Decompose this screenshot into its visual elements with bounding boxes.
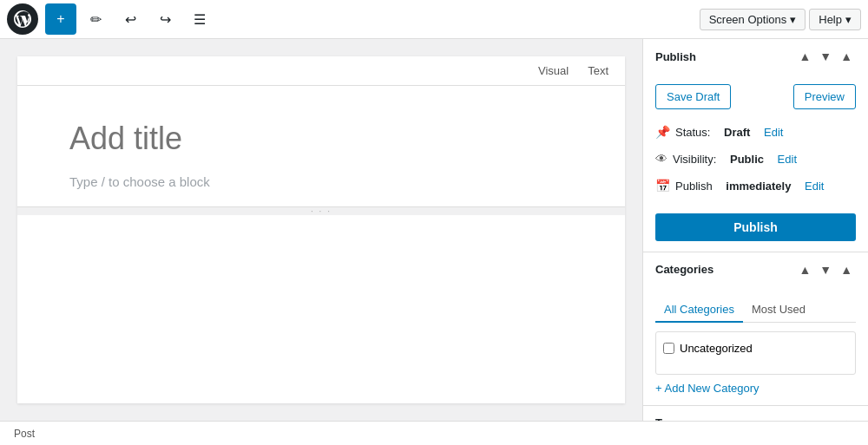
hamburger-icon: ☰	[194, 11, 206, 28]
redo-button[interactable]: ↪	[149, 3, 181, 35]
publish-panel-down-button[interactable]: ▼	[816, 48, 835, 65]
visibility-value: Public	[730, 149, 764, 169]
list-item: Uncategorized	[663, 339, 848, 357]
screen-options-button[interactable]: Screen Options ▾	[700, 9, 806, 30]
categories-panel-body: All Categories Most Used Uncategorized +…	[643, 287, 868, 405]
publish-panel-collapse-button[interactable]: ▲	[837, 48, 856, 65]
pencil-icon: ✏	[90, 11, 102, 28]
category-checkbox-uncategorized[interactable]	[663, 343, 674, 354]
categories-panel-up-button[interactable]: ▲	[795, 261, 814, 278]
categories-tabs: All Categories Most Used	[655, 298, 856, 323]
tags-panel-collapse-button[interactable]: ▲	[837, 415, 856, 421]
title-input[interactable]	[69, 121, 573, 157]
categories-panel-collapse-button[interactable]: ▲	[837, 261, 856, 278]
categories-panel-down-button[interactable]: ▼	[816, 261, 835, 278]
tags-panel-down-button[interactable]: ▼	[816, 415, 835, 421]
tab-all-categories[interactable]: All Categories	[655, 298, 743, 323]
editor-mode-bar: Visual Text	[17, 56, 625, 86]
add-block-button[interactable]: +	[45, 3, 76, 35]
publish-panel-body: Save Draft Preview 📌 Status: Draft Edit …	[643, 74, 868, 252]
eye-icon: 👁	[655, 148, 667, 170]
tags-panel-up-button[interactable]: ▲	[795, 415, 814, 421]
status-row: 📌 Status: Draft Edit	[655, 121, 856, 143]
plus-icon: +	[56, 11, 64, 27]
header-right: Screen Options ▾ Help ▾	[700, 9, 861, 30]
tab-visual[interactable]: Visual	[529, 60, 578, 82]
help-label: Help	[819, 13, 842, 26]
publish-timing-edit-link[interactable]: Edit	[805, 176, 824, 196]
editor-title-area	[17, 86, 625, 174]
categories-panel-header[interactable]: Categories ▲ ▼ ▲	[643, 252, 868, 287]
category-label-uncategorized[interactable]: Uncategorized	[680, 342, 753, 355]
categories-panel-controls: ▲ ▼ ▲	[795, 261, 856, 278]
post-status-label: Post	[14, 428, 35, 440]
help-button[interactable]: Help ▾	[809, 9, 861, 30]
tab-text[interactable]: Text	[578, 60, 618, 82]
redo-icon: ↪	[160, 11, 171, 28]
categories-panel-title: Categories	[655, 263, 795, 276]
publish-panel-controls: ▲ ▼ ▲	[795, 48, 856, 65]
status-bar: Post	[0, 421, 868, 445]
status-edit-link[interactable]: Edit	[764, 122, 783, 142]
block-placeholder[interactable]: Type / to choose a block	[17, 174, 625, 206]
publish-panel-up-button[interactable]: ▲	[795, 48, 814, 65]
publish-button[interactable]: Publish	[655, 213, 856, 241]
publish-meta: 📌 Status: Draft Edit 👁 Visibility: Publi…	[655, 121, 856, 198]
main-area: Visual Text Type / to choose a block · ·…	[0, 39, 868, 421]
editor-resize-handle[interactable]: · · ·	[17, 206, 625, 215]
publish-timing-label: Publish	[675, 176, 713, 196]
publish-panel-header[interactable]: Publish ▲ ▼ ▲	[643, 39, 868, 74]
tags-panel-header[interactable]: Tags ▲ ▼ ▲	[643, 406, 868, 421]
undo-button[interactable]: ↩	[115, 3, 146, 35]
sidebar: Publish ▲ ▼ ▲ Save Draft Preview 📌 Statu…	[642, 39, 868, 421]
edit-button[interactable]: ✏	[80, 3, 111, 35]
visibility-edit-link[interactable]: Edit	[778, 149, 797, 169]
tags-panel-controls: ▲ ▼ ▲	[795, 415, 856, 421]
screen-options-arrow-icon: ▾	[790, 13, 796, 26]
visibility-row: 👁 Visibility: Public Edit	[655, 148, 856, 170]
pin-icon: 📌	[655, 121, 670, 143]
main-toolbar: + ✏ ↩ ↪ ☰ Screen Options ▾ Help ▾	[0, 0, 868, 39]
add-new-category-link[interactable]: + Add New Category	[655, 382, 760, 395]
publish-timing-row: 📅 Publish immediately Edit	[655, 175, 856, 197]
categories-list: Uncategorized	[655, 331, 856, 375]
preview-button[interactable]: Preview	[793, 84, 856, 109]
publish-panel: Publish ▲ ▼ ▲ Save Draft Preview 📌 Statu…	[643, 39, 868, 252]
menu-button[interactable]: ☰	[184, 3, 215, 35]
tags-panel: Tags ▲ ▼ ▲	[643, 406, 868, 421]
resize-dots-icon: · · ·	[311, 206, 332, 216]
editor-canvas: Visual Text Type / to choose a block · ·…	[17, 56, 625, 403]
visibility-label: Visibility:	[673, 149, 716, 169]
undo-icon: ↩	[125, 11, 136, 28]
editor-area: Visual Text Type / to choose a block · ·…	[0, 39, 642, 421]
help-arrow-icon: ▾	[845, 13, 852, 26]
tab-most-used[interactable]: Most Used	[743, 298, 814, 323]
publish-panel-title: Publish	[655, 50, 795, 63]
publish-actions: Save Draft Preview	[655, 84, 856, 109]
status-label: Status:	[675, 122, 710, 142]
save-draft-button[interactable]: Save Draft	[655, 84, 731, 109]
status-value: Draft	[724, 122, 750, 142]
calendar-icon: 📅	[655, 175, 670, 197]
publish-timing-value: immediately	[726, 176, 791, 196]
wp-logo[interactable]	[7, 3, 38, 35]
screen-options-label: Screen Options	[709, 13, 787, 26]
categories-panel: Categories ▲ ▼ ▲ All Categories Most Use…	[643, 252, 868, 406]
